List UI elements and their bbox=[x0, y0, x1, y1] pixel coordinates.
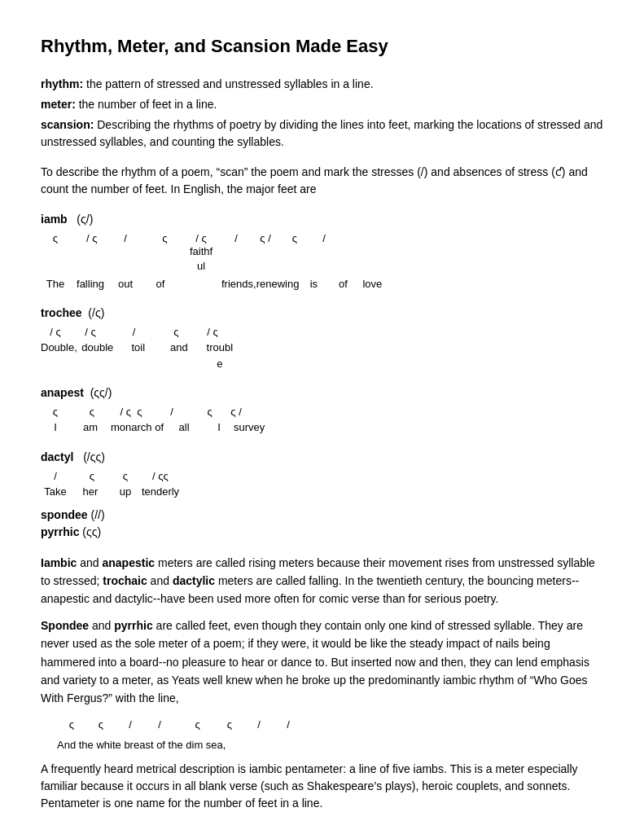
pyrrhic-symbol: (ςς) bbox=[82, 525, 101, 538]
anapest-name: anapest bbox=[41, 386, 84, 399]
spondee-bold: Spondee bbox=[41, 619, 89, 632]
an-t3: monarch of bbox=[111, 419, 164, 436]
pyrrhic-line: pyrrhic (ςς) bbox=[41, 524, 603, 541]
spondee-pyrrhic-section: spondee (//) pyrrhic (ςς) bbox=[41, 507, 603, 541]
trochee-section: trochee (/ς) bbox=[41, 305, 603, 322]
iamb-s6: / bbox=[221, 231, 251, 246]
rhythm-term: rhythm: bbox=[41, 77, 83, 90]
an-s6: ς / bbox=[221, 405, 251, 419]
iamb-subrow: faithful bbox=[41, 244, 603, 274]
sea-s8: / bbox=[274, 718, 303, 732]
iamb-t3: out bbox=[111, 276, 140, 292]
spondee-symbol: (//) bbox=[90, 508, 104, 521]
meter-text: the number of feet in a line. bbox=[79, 98, 217, 111]
sea-s2: ς bbox=[86, 718, 116, 732]
iamb-blank4 bbox=[140, 244, 181, 274]
sea-s6: ς bbox=[215, 718, 244, 732]
tr-t3: toil bbox=[118, 340, 159, 356]
scansion-def: scansion: Describing the rhythms of poet… bbox=[41, 116, 603, 151]
rhythm-def: rhythm: the pattern of stressed and unst… bbox=[41, 76, 603, 93]
sea-text-line: And the white breast of the dim sea, bbox=[57, 737, 603, 753]
iamb-s9: / bbox=[309, 231, 339, 246]
anapest-symbol: (ςς/) bbox=[87, 386, 112, 399]
iamb-t7: renewing bbox=[256, 276, 300, 292]
tr-t2: double bbox=[77, 340, 118, 356]
trochee-name: trochee bbox=[41, 306, 82, 319]
iamb-t1: The bbox=[41, 276, 70, 292]
da-t2: her bbox=[70, 484, 111, 500]
pyrrhic-name: pyrrhic bbox=[41, 525, 79, 538]
spondee-line: spondee (//) bbox=[41, 507, 603, 524]
an-t4: all bbox=[164, 419, 204, 436]
iamb-blank bbox=[41, 244, 70, 274]
prose-section: Iambic and anapestic meters are called r… bbox=[41, 554, 603, 708]
anapest-text-row: I am monarch of all I survey bbox=[41, 419, 603, 436]
anapest-section: anapest (ςς/) bbox=[41, 384, 603, 402]
definitions-section: rhythm: the pattern of stressed and unst… bbox=[41, 76, 603, 151]
iamb-t5 bbox=[181, 276, 221, 292]
sea-s5: ς bbox=[174, 718, 215, 732]
iamb-s7: ς / bbox=[251, 231, 280, 246]
page-title: Rhythm, Meter, and Scansion Made Easy bbox=[41, 33, 603, 59]
iamb-t10: love bbox=[357, 276, 387, 292]
iamb-t9: of bbox=[328, 276, 357, 292]
iamb-name: iamb bbox=[41, 213, 68, 226]
sea-scansion-row: ς ς / / ς ς / / bbox=[57, 718, 603, 732]
scansion-term: scansion: bbox=[41, 118, 94, 131]
anapest-scansion-row: ς ς / ς ς / ς ς / bbox=[41, 405, 603, 419]
iamb-section: iamb (ς/) bbox=[41, 211, 603, 228]
iamb-t8: is bbox=[299, 276, 328, 292]
an-t5: I bbox=[204, 419, 234, 436]
tr-s3: / bbox=[111, 325, 151, 340]
trochee-text-row: Double, double toil and trouble bbox=[41, 340, 603, 371]
trochee-scansion-row: / ς / ς / ς / ς bbox=[41, 325, 603, 340]
sea-scansion-block: ς ς / / ς ς / / bbox=[57, 718, 603, 732]
an-t2: am bbox=[70, 419, 111, 436]
tr-t1: Double, bbox=[41, 340, 77, 356]
an-t6: survey bbox=[234, 419, 265, 436]
iamb-blank2 bbox=[70, 244, 111, 274]
anapestic-bold: anapestic bbox=[103, 556, 156, 569]
meter-term: meter: bbox=[41, 98, 76, 111]
da-t4: tenderly bbox=[140, 484, 181, 500]
dactyl-text-row: Take her up tenderly bbox=[41, 484, 603, 500]
spondee-pyrrhic-para: Spondee and pyrrhic are called feet, eve… bbox=[41, 617, 603, 708]
meter-def: meter: the number of feet in a line. bbox=[41, 96, 603, 113]
da-s3: ς bbox=[111, 469, 140, 484]
final-paragraph: A frequently heard metrical description … bbox=[41, 761, 603, 812]
tr-s2: / ς bbox=[70, 325, 111, 340]
iambic-bold: Iambic bbox=[41, 556, 77, 569]
sea-s1: ς bbox=[57, 718, 86, 732]
tr-t4: and bbox=[159, 340, 199, 356]
sea-s3: / bbox=[116, 718, 145, 732]
an-s2: ς bbox=[70, 405, 111, 419]
pyrrhic-bold: pyrrhic bbox=[114, 619, 152, 632]
iamb-faithful: faithful bbox=[181, 244, 221, 274]
da-t1: Take bbox=[41, 484, 70, 500]
rhythm-text: the pattern of stressed and unstressed s… bbox=[86, 77, 374, 90]
an-s3: / ς ς bbox=[111, 405, 151, 419]
da-s4: / ςς bbox=[140, 469, 181, 484]
dactyl-scansion-row: / ς ς / ςς bbox=[41, 469, 603, 484]
dactyl-section: dactyl (/ςς) bbox=[41, 449, 603, 466]
iamb-t2: falling bbox=[70, 276, 111, 292]
scansion-text: Describing the rhythms of poetry by divi… bbox=[41, 118, 602, 148]
iamb-t6: friends, bbox=[221, 276, 256, 292]
iambic-anapestic-para: Iambic and anapestic meters are called r… bbox=[41, 554, 603, 608]
da-s2: ς bbox=[70, 469, 111, 484]
da-s1: / bbox=[41, 469, 70, 484]
trochee-symbol: (/ς) bbox=[85, 306, 104, 319]
tr-t5: trouble bbox=[199, 340, 240, 371]
da-t3: up bbox=[111, 484, 140, 500]
dactyl-symbol: (/ςς) bbox=[77, 450, 105, 463]
tr-s5: / ς bbox=[192, 325, 233, 340]
iamb-symbol: (ς/) bbox=[71, 213, 94, 226]
dactylic-bold: dactylic bbox=[173, 574, 215, 587]
spondee-name: spondee bbox=[41, 508, 88, 521]
iamb-blank3 bbox=[111, 244, 140, 274]
tr-s1: / ς bbox=[41, 325, 70, 340]
tr-s4: ς bbox=[151, 325, 192, 340]
an-s1: ς bbox=[41, 405, 70, 419]
dactyl-name: dactyl bbox=[41, 450, 73, 463]
iamb-text-row: The falling out of friends, renewing is … bbox=[41, 276, 603, 292]
